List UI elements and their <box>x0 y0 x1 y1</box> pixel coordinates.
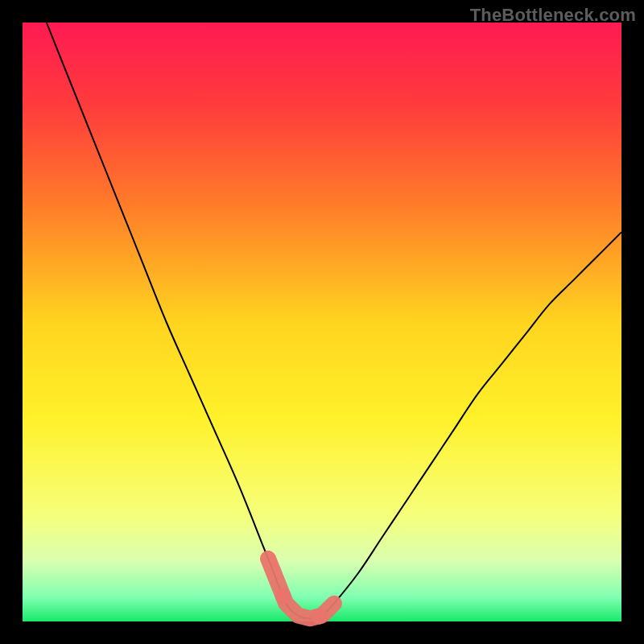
highlight-segment-right <box>319 604 334 617</box>
bottleneck-curve <box>47 23 621 618</box>
watermark-text: TheBottleneck.com <box>470 5 636 26</box>
plot-area <box>23 23 621 621</box>
curve-layer <box>23 23 621 621</box>
chart-frame: TheBottleneck.com <box>0 0 644 644</box>
